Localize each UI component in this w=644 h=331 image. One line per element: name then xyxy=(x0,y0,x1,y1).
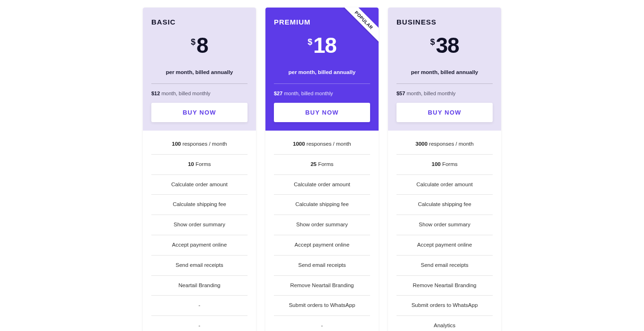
plan-title: BASIC xyxy=(151,18,248,26)
feature-item: 3000 responses / month xyxy=(396,134,493,155)
feature-text: Show order summary xyxy=(173,222,225,227)
feature-item: Calculate order amount xyxy=(396,175,493,195)
feature-text: Accept payment online xyxy=(172,242,227,248)
feature-rest: responses / month xyxy=(305,141,351,147)
feature-item: 1000 responses / month xyxy=(274,134,370,155)
feature-text: Analytics xyxy=(434,323,455,328)
feature-item: 10 Forms xyxy=(151,155,248,175)
feature-bold: 1000 xyxy=(293,141,305,147)
feature-item: Send email receipts xyxy=(151,256,248,276)
feature-text: Submit orders to WhatsApp xyxy=(289,302,355,308)
billing-annual-text: per month, billed annually xyxy=(151,69,248,75)
divider xyxy=(274,83,370,84)
billing-annual-text: per month, billed annually xyxy=(396,69,493,75)
plan-price: $18 xyxy=(274,34,370,56)
feature-item: Accept payment online xyxy=(274,235,370,256)
billing-monthly-text: $57 month, billed monthly xyxy=(396,91,493,96)
feature-rest: Forms xyxy=(441,161,458,167)
plan-title: BUSINESS xyxy=(396,18,493,26)
price-amount: 18 xyxy=(313,34,336,56)
feature-text: Calculate shipping fee xyxy=(173,201,226,207)
feature-bold: 100 xyxy=(172,141,181,147)
plan-card-basic: BASIC$8per month, billed annually$12 mon… xyxy=(143,8,256,331)
billing-monthly-text: $12 month, billed monthly xyxy=(151,91,248,96)
feature-item: Send email receipts xyxy=(396,256,493,276)
billing-annual-text: per month, billed annually xyxy=(274,69,370,75)
feature-item: Send email receipts xyxy=(274,256,370,276)
feature-rest: Forms xyxy=(317,161,334,167)
features-list: 100 responses / month10 FormsCalculate o… xyxy=(143,131,256,331)
currency-symbol: $ xyxy=(191,37,196,47)
feature-item: Remove Neartail Branding xyxy=(396,276,493,296)
feature-text: Remove Neartail Branding xyxy=(290,282,354,288)
feature-item: - xyxy=(151,316,248,331)
feature-text: Calculate order amount xyxy=(294,182,350,187)
feature-text: - xyxy=(198,323,200,328)
feature-item: Show order summary xyxy=(396,215,493,235)
buy-now-button-business[interactable]: BUY NOW xyxy=(396,103,493,122)
feature-item: Calculate shipping fee xyxy=(274,195,370,215)
feature-text: - xyxy=(198,302,200,308)
feature-text: Show order summary xyxy=(419,222,470,227)
buy-now-button-premium[interactable]: BUY NOW xyxy=(274,103,370,122)
divider xyxy=(151,83,248,84)
feature-item: Calculate order amount xyxy=(151,175,248,195)
feature-item: Neartail Branding xyxy=(151,276,248,296)
feature-text: Send email receipts xyxy=(421,262,469,268)
monthly-price: $57 xyxy=(396,91,406,96)
feature-item: - xyxy=(274,316,370,331)
feature-text: Accept payment online xyxy=(417,242,472,248)
feature-rest: responses / month xyxy=(181,141,227,147)
currency-symbol: $ xyxy=(307,37,312,47)
plan-card-premium: POPULARPREMIUM$18per month, billed annua… xyxy=(265,8,379,331)
feature-item: Calculate shipping fee xyxy=(151,195,248,215)
feature-text: Calculate shipping fee xyxy=(295,201,348,207)
feature-bold: 100 xyxy=(432,161,441,167)
feature-text: - xyxy=(321,323,323,328)
feature-item: 100 Forms xyxy=(396,155,493,175)
feature-text: Send email receipts xyxy=(298,262,346,268)
plan-price: $8 xyxy=(151,34,248,56)
feature-item: Calculate shipping fee xyxy=(396,195,493,215)
feature-item: Show order summary xyxy=(151,215,248,235)
features-list: 1000 responses / month25 FormsCalculate … xyxy=(265,131,379,331)
feature-bold: 3000 xyxy=(415,141,428,147)
feature-text: Remove Neartail Branding xyxy=(413,282,477,288)
buy-now-button-basic[interactable]: BUY NOW xyxy=(151,103,248,122)
feature-text: Neartail Branding xyxy=(179,282,221,288)
feature-bold: 10 xyxy=(188,161,194,167)
monthly-rest: month, billed monthly xyxy=(406,91,455,96)
feature-text: Calculate order amount xyxy=(171,182,228,187)
feature-item: Accept payment online xyxy=(151,235,248,256)
features-list: 3000 responses / month100 FormsCalculate… xyxy=(388,131,501,331)
monthly-price: $12 xyxy=(151,91,161,96)
price-amount: 8 xyxy=(197,34,208,56)
plan-header-business: BUSINESS$38per month, billed annually$57… xyxy=(388,8,501,131)
feature-item: Analytics xyxy=(396,316,493,331)
pricing-grid: BASIC$8per month, billed annually$12 mon… xyxy=(0,0,644,331)
plan-header-basic: BASIC$8per month, billed annually$12 mon… xyxy=(143,8,256,131)
plan-card-business: BUSINESS$38per month, billed annually$57… xyxy=(388,8,501,331)
plan-header-premium: PREMIUM$18per month, billed annually$27 … xyxy=(265,8,379,131)
feature-text: Submit orders to WhatsApp xyxy=(412,302,478,308)
feature-item: Submit orders to WhatsApp xyxy=(274,296,370,316)
currency-symbol: $ xyxy=(430,37,435,47)
feature-text: Accept payment online xyxy=(295,242,349,248)
feature-rest: responses / month xyxy=(428,141,474,147)
feature-item: Accept payment online xyxy=(396,235,493,256)
feature-item: - xyxy=(151,296,248,316)
plan-price: $38 xyxy=(396,34,493,56)
monthly-rest: month, billed monthly xyxy=(284,91,333,96)
monthly-rest: month, billed monthly xyxy=(161,91,210,96)
feature-item: Submit orders to WhatsApp xyxy=(396,296,493,316)
billing-monthly-text: $27 month, billed monthly xyxy=(274,91,370,96)
feature-text: Calculate shipping fee xyxy=(418,201,471,207)
monthly-price: $27 xyxy=(274,91,284,96)
feature-item: 100 responses / month xyxy=(151,134,248,155)
feature-item: Show order summary xyxy=(274,215,370,235)
divider xyxy=(396,83,493,84)
feature-item: Calculate order amount xyxy=(274,175,370,195)
feature-rest: Forms xyxy=(194,161,211,167)
feature-text: Send email receipts xyxy=(176,262,223,268)
feature-bold: 25 xyxy=(311,161,317,167)
